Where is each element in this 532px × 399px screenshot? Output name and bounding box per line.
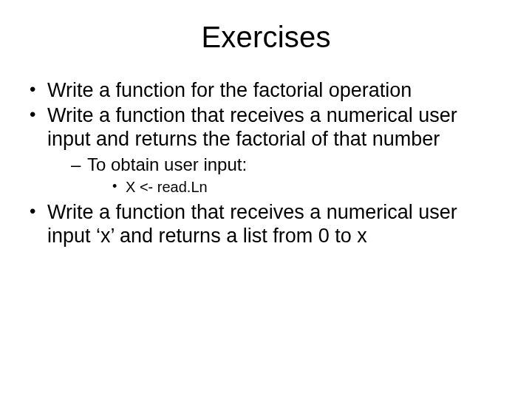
slide-title: Exercises: [28, 21, 504, 54]
bullet-item: Write a function for the factorial opera…: [28, 79, 504, 103]
sub-bullet-text: To obtain user input:: [87, 154, 247, 174]
bullet-text: Write a function for the factorial opera…: [47, 79, 412, 101]
bullet-item: Write a function that receives a numeric…: [28, 104, 504, 197]
slide: Exercises Write a function for the facto…: [0, 0, 532, 399]
subsub-bullet-list: X <- read.Ln: [87, 178, 504, 197]
subsub-bullet-text: X <- read.Ln: [126, 179, 208, 195]
subsub-bullet-item: X <- read.Ln: [112, 178, 504, 197]
bullet-text: Write a function that receives a numeric…: [47, 104, 457, 150]
bullet-item: Write a function that receives a numeric…: [28, 201, 504, 248]
sub-bullet-item: To obtain user input: X <- read.Ln: [71, 154, 504, 197]
bullet-text: Write a function that receives a numeric…: [47, 201, 457, 247]
bullet-list: Write a function for the factorial opera…: [28, 79, 504, 248]
sub-bullet-list: To obtain user input: X <- read.Ln: [47, 154, 504, 197]
